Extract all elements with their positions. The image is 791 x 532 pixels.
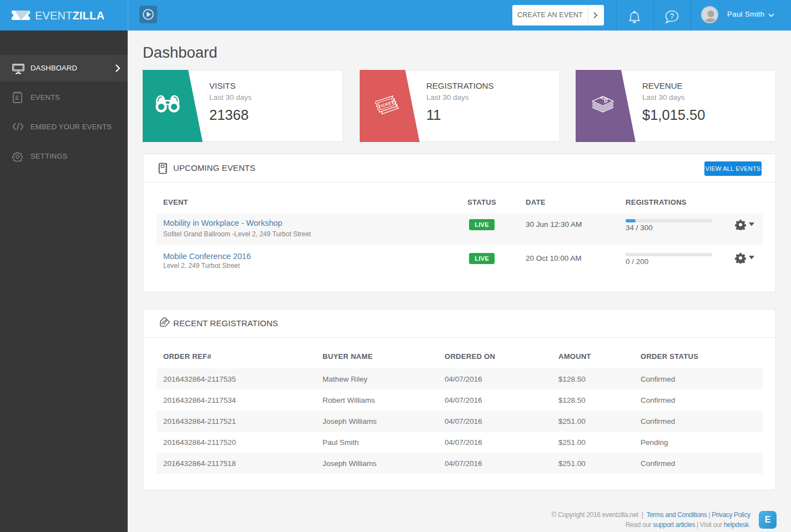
- svg-text:?: ?: [670, 12, 674, 21]
